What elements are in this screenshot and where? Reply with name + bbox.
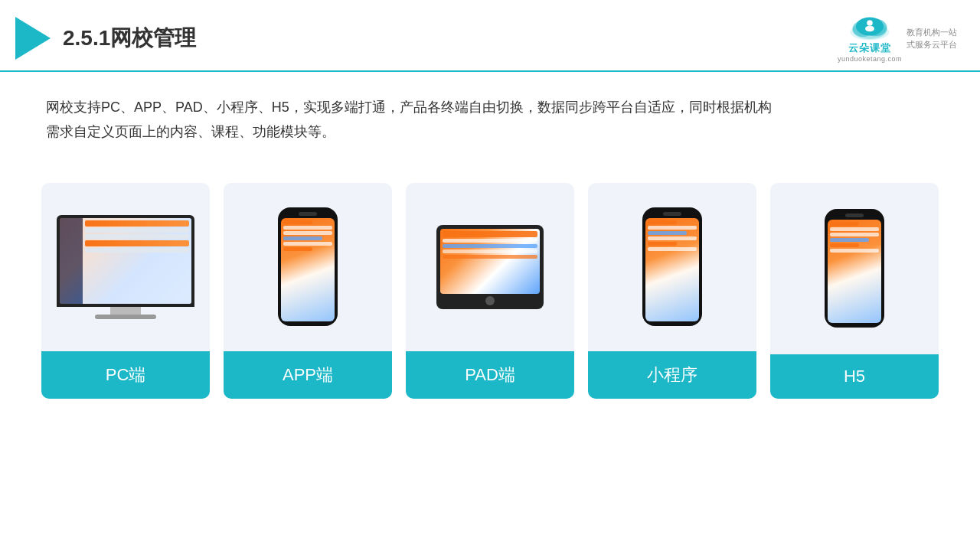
h5-line2: [830, 227, 879, 231]
mini-line2: [648, 226, 697, 230]
pc-bar4: [85, 240, 189, 246]
pc-main-sim: [83, 218, 191, 304]
h5-line5: [830, 243, 859, 247]
card-h5: H5: [770, 183, 939, 399]
h5-phone-mockup: [825, 209, 884, 328]
pad-bar1: [443, 231, 537, 237]
pad-bar4: [443, 249, 537, 253]
app-screen: [281, 218, 335, 321]
app-line5: [283, 242, 332, 246]
header: 2.5.1网校管理 云朵课堂 yunduoketang.com 教育机构一站 式…: [0, 0, 980, 72]
pc-mockup: [57, 215, 194, 319]
pad-screen-content: [440, 229, 540, 294]
card-pc-image: [41, 183, 210, 351]
card-app: APP端: [224, 183, 392, 399]
mini-notch: [663, 212, 681, 216]
app-line4: [283, 236, 322, 240]
mini-line1: [648, 220, 677, 224]
mini-phone-mockup: [642, 207, 702, 326]
pc-screen-inner: [60, 218, 191, 304]
pad-home-button: [485, 296, 495, 305]
card-app-image: [224, 183, 392, 351]
app-line2: [283, 226, 332, 230]
app-phone-mockup: [278, 207, 338, 326]
pc-base: [95, 315, 156, 319]
mini-line5: [648, 242, 677, 246]
h5-screen: [828, 220, 881, 323]
pc-bar5: [85, 248, 189, 253]
pc-stand: [110, 307, 141, 315]
h5-line6: [830, 249, 879, 253]
mini-screen-content: [645, 218, 699, 321]
app-line6: [283, 247, 312, 251]
h5-line4: [830, 238, 869, 242]
app-line3: [283, 231, 332, 235]
logo-text-main: 云朵课堂: [848, 41, 891, 55]
h5-notch: [845, 214, 864, 217]
mini-line6: [648, 247, 697, 251]
card-pad-image: [406, 183, 574, 351]
card-pad-label: PAD端: [406, 351, 574, 399]
pc-screen-content: [60, 218, 191, 304]
mini-screen: [645, 218, 699, 321]
pad-bar5: [443, 255, 537, 259]
cloud-svg-icon: [847, 14, 893, 41]
brand-triangle-icon: [15, 17, 51, 60]
cards-container: PC端 APP端: [0, 160, 980, 399]
card-pad: PAD端: [406, 183, 574, 399]
mini-line3: [648, 231, 687, 235]
pad-bar2: [443, 239, 537, 243]
h5-line1: [830, 222, 859, 226]
card-pc: PC端: [41, 183, 210, 399]
app-notch: [299, 212, 317, 216]
card-mini: 小程序: [588, 183, 756, 399]
pc-bar3: [85, 234, 189, 239]
card-h5-image: [770, 183, 939, 354]
pad-screen: [440, 229, 540, 294]
pc-sidebar-sim: [60, 218, 83, 304]
app-line1: [283, 220, 312, 224]
card-h5-label: H5: [770, 354, 939, 399]
pad-bar3: [443, 244, 537, 248]
h5-screen-content: [828, 220, 881, 323]
pc-screen-outer: [57, 215, 194, 307]
description-block: 网校支持PC、APP、PAD、小程序、H5，实现多端打通，产品各终端自由切换，数…: [0, 72, 980, 152]
pc-bar2: [85, 228, 189, 233]
card-mini-image: [588, 183, 756, 351]
header-left: 2.5.1网校管理: [15, 17, 196, 60]
mini-line4: [648, 236, 697, 240]
pc-bar1: [85, 220, 189, 227]
cloud-logo-icon: 云朵课堂 yunduoketang.com: [838, 14, 902, 63]
logo-tagline: 教育机构一站 式服务云平台: [906, 26, 957, 51]
card-app-label: APP端: [224, 351, 392, 399]
svg-point-6: [865, 26, 874, 32]
svg-point-5: [867, 20, 873, 26]
description-line1: 网校支持PC、APP、PAD、小程序、H5，实现多端打通，产品各终端自由切换，数…: [46, 95, 934, 119]
pad-mockup: [436, 225, 544, 309]
card-mini-label: 小程序: [588, 351, 756, 399]
h5-line3: [830, 233, 879, 236]
logo-text-sub: yunduoketang.com: [838, 55, 902, 63]
card-pc-label: PC端: [41, 351, 210, 399]
brand-logo: 云朵课堂 yunduoketang.com 教育机构一站 式服务云平台: [838, 14, 957, 63]
description-line2: 需求自定义页面上的内容、课程、功能模块等。: [46, 119, 934, 144]
app-screen-content: [281, 218, 335, 321]
page-title: 2.5.1网校管理: [63, 24, 196, 53]
